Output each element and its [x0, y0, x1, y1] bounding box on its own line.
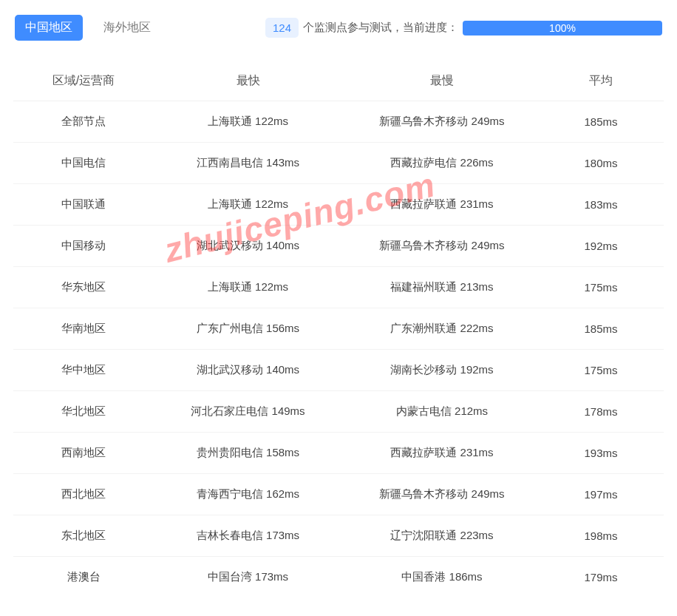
- cell-fastest: 上海联通 122ms: [154, 280, 342, 294]
- table-row: 全部节点上海联通 122ms新疆乌鲁木齐移动 249ms185ms: [13, 101, 664, 143]
- cell-slowest: 新疆乌鲁木齐移动 249ms: [342, 239, 542, 253]
- table-row: 东北地区吉林长春电信 173ms辽宁沈阳联通 223ms198ms: [13, 515, 664, 557]
- table-row: 华北地区河北石家庄电信 149ms内蒙古电信 212ms178ms: [13, 391, 664, 433]
- cell-average: 183ms: [542, 198, 660, 211]
- header-slowest: 最慢: [342, 73, 542, 89]
- cell-region: 中国联通: [13, 197, 154, 211]
- progress-percent: 100%: [549, 22, 576, 34]
- table-row: 中国联通上海联通 122ms西藏拉萨联通 231ms183ms: [13, 184, 664, 226]
- progress-section: 124 个监测点参与测试，当前进度： 100%: [265, 18, 662, 38]
- cell-slowest: 新疆乌鲁木齐移动 249ms: [342, 115, 542, 129]
- cell-average: 197ms: [542, 488, 660, 501]
- cell-fastest: 河北石家庄电信 149ms: [154, 405, 342, 419]
- cell-average: 192ms: [542, 240, 660, 252]
- table-row: 港澳台中国台湾 173ms中国香港 186ms179ms: [13, 557, 664, 598]
- table-row: 中国移动湖北武汉移动 140ms新疆乌鲁木齐移动 249ms192ms: [13, 226, 664, 267]
- table-row: 华南地区广东广州电信 156ms广东潮州联通 222ms185ms: [13, 308, 664, 350]
- tab-china[interactable]: 中国地区: [15, 15, 83, 41]
- cell-slowest: 西藏拉萨联通 231ms: [342, 197, 542, 211]
- cell-average: 198ms: [542, 529, 660, 542]
- cell-slowest: 内蒙古电信 212ms: [342, 405, 542, 419]
- cell-region: 港澳台: [13, 570, 154, 584]
- cell-slowest: 湖南长沙移动 192ms: [342, 363, 542, 377]
- cell-region: 全部节点: [13, 115, 154, 129]
- cell-slowest: 福建福州联通 213ms: [342, 280, 542, 294]
- cell-fastest: 贵州贵阳电信 158ms: [154, 446, 342, 460]
- cell-fastest: 青海西宁电信 162ms: [154, 487, 342, 501]
- cell-fastest: 上海联通 122ms: [154, 115, 342, 129]
- monitor-count-badge: 124: [265, 18, 299, 38]
- table-row: 华中地区湖北武汉移动 140ms湖南长沙移动 192ms175ms: [13, 350, 664, 391]
- cell-fastest: 江西南昌电信 143ms: [154, 156, 342, 170]
- table-row: 华东地区上海联通 122ms福建福州联通 213ms175ms: [13, 267, 664, 308]
- cell-region: 东北地区: [13, 529, 154, 543]
- progress-label: 个监测点参与测试，当前进度：: [303, 21, 458, 35]
- cell-fastest: 湖北武汉移动 140ms: [154, 239, 342, 253]
- cell-region: 华东地区: [13, 280, 154, 294]
- table-row: 中国电信江西南昌电信 143ms西藏拉萨电信 226ms180ms: [13, 143, 664, 184]
- cell-average: 175ms: [542, 364, 660, 376]
- cell-average: 178ms: [542, 405, 660, 418]
- table-body: zhujiceping.com 全部节点上海联通 122ms新疆乌鲁木齐移动 2…: [13, 101, 664, 598]
- cell-fastest: 湖北武汉移动 140ms: [154, 363, 342, 377]
- table-row: 西南地区贵州贵阳电信 158ms西藏拉萨联通 231ms193ms: [13, 433, 664, 474]
- cell-average: 179ms: [542, 571, 660, 583]
- cell-average: 180ms: [542, 157, 660, 169]
- cell-region: 华北地区: [13, 405, 154, 419]
- cell-slowest: 西藏拉萨电信 226ms: [342, 156, 542, 170]
- cell-region: 西北地区: [13, 487, 154, 501]
- cell-average: 185ms: [542, 115, 660, 128]
- cell-fastest: 上海联通 122ms: [154, 197, 342, 211]
- cell-slowest: 广东潮州联通 222ms: [342, 322, 542, 336]
- cell-region: 西南地区: [13, 446, 154, 460]
- table-header: 区域/运营商 最快 最慢 平均: [13, 61, 664, 101]
- cell-slowest: 中国香港 186ms: [342, 570, 542, 584]
- cell-fastest: 吉林长春电信 173ms: [154, 529, 342, 543]
- tab-overseas[interactable]: 海外地区: [93, 15, 161, 41]
- table-row: 西北地区青海西宁电信 162ms新疆乌鲁木齐移动 249ms197ms: [13, 474, 664, 515]
- cell-region: 华中地区: [13, 363, 154, 377]
- latency-table: 区域/运营商 最快 最慢 平均 zhujiceping.com 全部节点上海联通…: [13, 61, 664, 598]
- cell-average: 193ms: [542, 447, 660, 459]
- header-fastest: 最快: [154, 73, 342, 89]
- header-region: 区域/运营商: [13, 73, 154, 89]
- cell-region: 华南地区: [13, 322, 154, 336]
- cell-slowest: 新疆乌鲁木齐移动 249ms: [342, 487, 542, 501]
- cell-region: 中国电信: [13, 156, 154, 170]
- region-tabs: 中国地区 海外地区: [15, 15, 161, 41]
- cell-region: 中国移动: [13, 239, 154, 253]
- cell-slowest: 辽宁沈阳联通 223ms: [342, 529, 542, 543]
- header-average: 平均: [542, 73, 660, 89]
- cell-fastest: 中国台湾 173ms: [154, 570, 342, 584]
- progress-bar: 100%: [463, 21, 662, 35]
- cell-fastest: 广东广州电信 156ms: [154, 322, 342, 336]
- cell-average: 185ms: [542, 322, 660, 335]
- cell-slowest: 西藏拉萨联通 231ms: [342, 446, 542, 460]
- cell-average: 175ms: [542, 281, 660, 294]
